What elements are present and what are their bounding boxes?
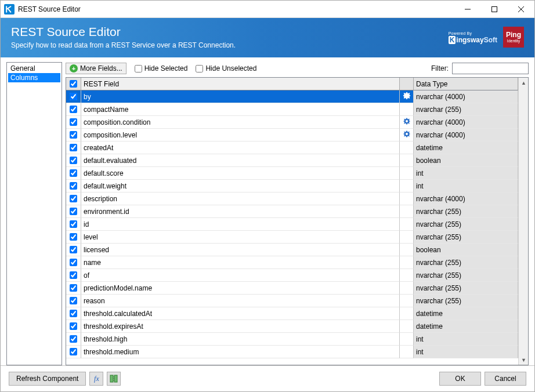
hide-selected-checkbox[interactable]: Hide Selected — [135, 64, 188, 72]
close-button[interactable] — [508, 1, 534, 18]
row-field-name: threshold.expiresAt — [81, 320, 400, 333]
row-checkbox-cell — [66, 320, 81, 333]
row-checkbox[interactable] — [70, 284, 77, 292]
table-row[interactable]: ofnvarchar (255) — [66, 269, 518, 282]
gear-icon[interactable] — [403, 117, 411, 127]
table-row[interactable]: threshold.mediumint — [66, 346, 518, 358]
row-checkbox[interactable] — [70, 335, 77, 343]
row-field-name: licensed — [81, 244, 400, 256]
table-row[interactable]: threshold.calculatedAtdatetime — [66, 307, 518, 320]
table-row[interactable]: threshold.highint — [66, 333, 518, 346]
scroll-up-icon[interactable]: ▲ — [519, 78, 529, 88]
row-checkbox[interactable] — [70, 157, 77, 164]
row-checkbox-cell — [66, 218, 81, 231]
table-row[interactable]: environment.idnvarchar (255) — [66, 205, 518, 218]
table-row[interactable]: composition.conditionnvarchar (4000) — [66, 116, 518, 129]
filter-input[interactable] — [452, 63, 529, 74]
row-checkbox[interactable] — [70, 131, 77, 139]
refresh-component-button[interactable]: Refresh Component — [9, 372, 86, 386]
row-checkbox[interactable] — [70, 106, 77, 113]
row-checkbox[interactable] — [70, 259, 77, 266]
more-fields-button[interactable]: + More Fields... — [66, 63, 126, 74]
vertical-scrollbar[interactable]: ▲ ▼ — [518, 78, 528, 365]
gear-icon[interactable] — [403, 130, 411, 140]
table-row[interactable]: idnvarchar (255) — [66, 218, 518, 231]
maximize-button[interactable] — [481, 1, 508, 18]
table-row[interactable]: createdAtdatetime — [66, 141, 518, 154]
columns-map-button[interactable] — [107, 372, 121, 386]
row-checkbox[interactable] — [70, 271, 77, 279]
header-field[interactable]: REST Field — [81, 78, 400, 90]
tab-general[interactable]: General — [8, 64, 60, 73]
row-field-name: default.evaluated — [81, 154, 400, 167]
row-data-type: datetime — [414, 307, 518, 320]
tab-columns[interactable]: Columns — [8, 73, 60, 82]
row-icon-cell — [400, 167, 414, 180]
cancel-button[interactable]: Cancel — [485, 372, 526, 386]
row-checkbox-cell — [66, 346, 81, 358]
row-field-name: of — [81, 269, 400, 282]
table-row[interactable]: composition.levelnvarchar (4000) — [66, 129, 518, 141]
header-type[interactable]: Data Type — [414, 78, 518, 90]
svg-point-3 — [405, 133, 407, 135]
row-checkbox[interactable] — [70, 182, 77, 190]
window-title: REST Source Editor — [18, 5, 454, 13]
table-row[interactable]: default.weightint — [66, 180, 518, 193]
scroll-down-icon[interactable]: ▼ — [519, 355, 529, 365]
row-checkbox-cell — [66, 231, 81, 244]
row-checkbox[interactable] — [70, 322, 77, 330]
table-row[interactable]: default.scoreint — [66, 167, 518, 180]
row-checkbox[interactable] — [70, 144, 77, 151]
table-row[interactable]: predictionModel.namenvarchar (255) — [66, 282, 518, 295]
table-row[interactable]: levelnvarchar (255) — [66, 231, 518, 244]
table-row[interactable]: default.evaluatedboolean — [66, 154, 518, 167]
svg-point-2 — [405, 120, 407, 122]
row-checkbox[interactable] — [70, 169, 77, 177]
row-checkbox[interactable] — [70, 310, 77, 317]
table-row[interactable]: descriptionnvarchar (4000) — [66, 193, 518, 205]
table-row[interactable]: reasonnvarchar (255) — [66, 295, 518, 307]
kingswaysoft-logo: Powered By KingswaySoft — [449, 31, 497, 43]
minimize-button[interactable] — [454, 1, 481, 18]
table-row[interactable]: threshold.expiresAtdatetime — [66, 320, 518, 333]
row-checkbox[interactable] — [70, 220, 77, 228]
row-data-type: int — [414, 346, 518, 358]
row-data-type: nvarchar (255) — [414, 218, 518, 231]
table-row[interactable]: compactNamenvarchar (255) — [66, 103, 518, 116]
row-checkbox[interactable] — [70, 208, 77, 215]
hide-unselected-checkbox[interactable]: Hide Unselected — [196, 64, 256, 72]
row-checkbox[interactable] — [70, 118, 77, 126]
select-all-checkbox[interactable] — [70, 80, 77, 88]
row-field-name: composition.condition — [81, 116, 400, 129]
row-checkbox-cell — [66, 180, 81, 193]
fx-expression-button[interactable]: fx — [89, 372, 103, 386]
row-checkbox[interactable] — [70, 233, 77, 241]
row-checkbox[interactable] — [70, 297, 77, 304]
columns-grid: REST FieldData Typebynvarchar (4000)comp… — [66, 77, 529, 365]
svg-rect-4 — [110, 375, 113, 382]
row-checkbox[interactable] — [70, 93, 77, 100]
row-checkbox[interactable] — [70, 195, 77, 202]
row-icon-cell — [400, 129, 414, 141]
row-field-name: by — [81, 90, 400, 103]
row-data-type: nvarchar (255) — [414, 269, 518, 282]
plus-icon: + — [70, 64, 78, 72]
row-checkbox-cell — [66, 193, 81, 205]
row-checkbox[interactable] — [70, 246, 77, 253]
row-field-name: description — [81, 193, 400, 205]
row-data-type: nvarchar (4000) — [414, 129, 518, 141]
titlebar: REST Source Editor — [1, 1, 534, 18]
row-icon-cell — [400, 307, 414, 320]
table-row[interactable]: bynvarchar (4000) — [66, 90, 518, 103]
gear-icon[interactable] — [403, 92, 411, 101]
toolbar: + More Fields... Hide Selected Hide Unse… — [66, 62, 529, 75]
row-data-type: nvarchar (4000) — [414, 193, 518, 205]
row-checkbox[interactable] — [70, 348, 77, 355]
table-row[interactable]: licensedboolean — [66, 244, 518, 256]
row-icon-cell — [400, 346, 414, 358]
app-icon — [4, 4, 15, 14]
ok-button[interactable]: OK — [439, 372, 481, 386]
row-icon-cell — [400, 231, 414, 244]
table-row[interactable]: namenvarchar (255) — [66, 256, 518, 269]
header-icon-cell — [400, 78, 414, 90]
